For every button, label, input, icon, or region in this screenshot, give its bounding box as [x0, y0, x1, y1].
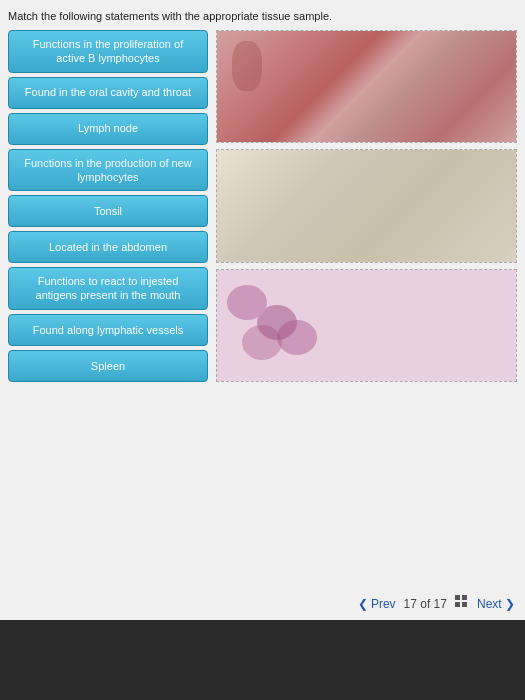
- pagination-footer: ❮ Prev 17 of 17 ​ Next ❯: [358, 595, 515, 612]
- drag-btn-btn5[interactable]: Tonsil: [8, 195, 208, 227]
- page-info: 17 of 17: [404, 597, 447, 611]
- bottom-bar: [0, 620, 525, 700]
- prev-chevron-icon: ❮: [358, 597, 368, 611]
- svg-rect-3: [462, 602, 467, 607]
- next-label[interactable]: Next: [477, 597, 502, 611]
- drag-btn-btn7[interactable]: Functions to react to injested antigens …: [8, 267, 208, 310]
- next-chevron-icon: ❯: [505, 597, 515, 611]
- next-button[interactable]: Next ❯: [477, 597, 515, 611]
- drag-btn-btn8[interactable]: Found along lymphatic vessels: [8, 314, 208, 346]
- instruction-text: Match the following statements with the …: [8, 10, 517, 22]
- total-pages: 17: [434, 597, 447, 611]
- prev-label[interactable]: Prev: [371, 597, 396, 611]
- drag-btn-btn1[interactable]: Functions in the proliferation of active…: [8, 30, 208, 73]
- drop-zone-2[interactable]: [216, 149, 517, 262]
- prev-button[interactable]: ❮ Prev: [358, 597, 396, 611]
- left-column: Functions in the proliferation of active…: [8, 30, 208, 382]
- drag-btn-btn3[interactable]: Lymph node: [8, 113, 208, 145]
- current-page: 17: [404, 597, 417, 611]
- svg-rect-1: [462, 595, 467, 600]
- grid-icon[interactable]: ​: [455, 595, 469, 612]
- drag-btn-btn4[interactable]: Functions in the production of new lymph…: [8, 149, 208, 192]
- drag-btn-btn2[interactable]: Found in the oral cavity and throat: [8, 77, 208, 109]
- drop-zone-3[interactable]: [216, 269, 517, 382]
- drop-zone-1[interactable]: [216, 30, 517, 143]
- drag-btn-btn9[interactable]: Spleen: [8, 350, 208, 382]
- svg-rect-0: [455, 595, 460, 600]
- svg-rect-2: [455, 602, 460, 607]
- right-column: [216, 30, 517, 382]
- drag-btn-btn6[interactable]: Located in the abdomen: [8, 231, 208, 263]
